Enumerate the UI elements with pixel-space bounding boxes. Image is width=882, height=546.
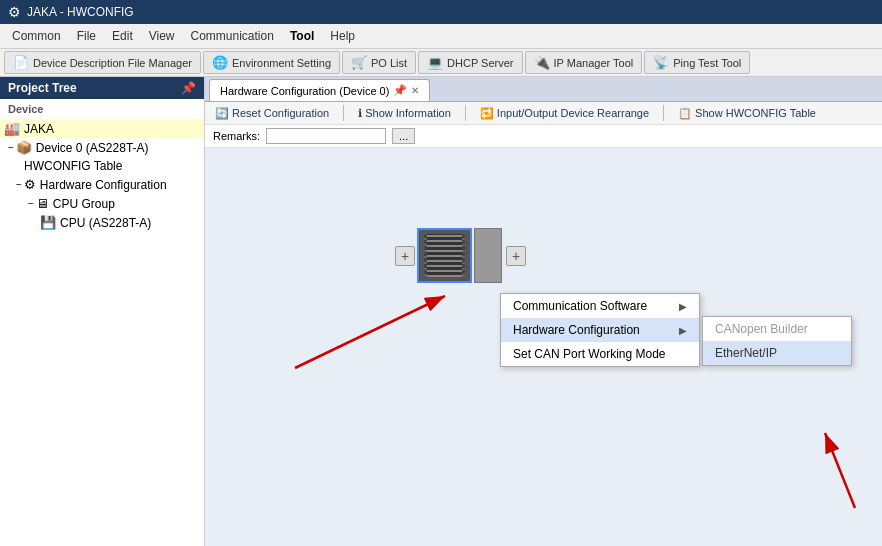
tree-item-cpu[interactable]: 💾 CPU (AS228T-A) (0, 213, 204, 232)
menu-communication[interactable]: Communication (183, 26, 282, 46)
tab-hardware-config[interactable]: Hardware Configuration (Device 0) 📌 ✕ (209, 79, 430, 101)
table-icon: 📋 (678, 107, 692, 120)
project-tree-label: Project Tree (8, 81, 77, 95)
canvas-area[interactable]: + + (205, 148, 882, 546)
svg-line-1 (295, 296, 445, 368)
tree-item-hardware-config[interactable]: − ⚙ Hardware Configuration (0, 175, 204, 194)
context-menu: Communication Software ▶ Hardware Config… (500, 293, 700, 367)
tree-label-cpu: CPU (AS228T-A) (60, 216, 151, 230)
sidebar-header: Project Tree 📌 (0, 77, 204, 99)
submenu-arrow-comm: ▶ (679, 301, 687, 312)
dhcp-server-button[interactable]: 💻 DHCP Server (418, 51, 522, 74)
menu-tool[interactable]: Tool (282, 26, 322, 46)
main-toolbar: 📄 Device Description File Manager 🌐 Envi… (0, 49, 882, 77)
submenu-item-canopen[interactable]: CANopen Builder (703, 317, 851, 341)
canopen-label: CANopen Builder (715, 322, 808, 336)
io-rearrange-label: Input/Output Device Rearrange (497, 107, 649, 119)
device-description-file-manager-button[interactable]: 📄 Device Description File Manager (4, 51, 201, 74)
comm-software-label: Communication Software (513, 299, 647, 313)
add-right-button[interactable]: + (506, 246, 526, 266)
cpu-icon: 💾 (40, 215, 56, 230)
main-layout: Project Tree 📌 Device 🏭 JAKA − 📦 Device … (0, 77, 882, 546)
tree-item-device0[interactable]: − 📦 Device 0 (AS228T-A) (0, 138, 204, 157)
title-bar: ⚙ JAKA - HWCONFIG (0, 0, 882, 24)
context-menu-item-communication-software[interactable]: Communication Software ▶ (501, 294, 699, 318)
menu-view[interactable]: View (141, 26, 183, 46)
hw-config-label: Hardware Configuration (513, 323, 640, 337)
submenu: CANopen Builder EtherNet/IP (702, 316, 852, 366)
separator3 (663, 105, 664, 121)
tree-label-hwconfig: HWCONFIG Table (24, 159, 122, 173)
environment-setting-button[interactable]: 🌐 Environment Setting (203, 51, 340, 74)
tree-item-jaka[interactable]: 🏭 JAKA (0, 119, 204, 138)
pin-icon: 📌 (181, 81, 196, 95)
minus-icon: − (8, 142, 14, 153)
submenu-arrow-hw: ▶ (679, 325, 687, 336)
io-rearrange-button[interactable]: 🔁 Input/Output Device Rearrange (476, 106, 653, 121)
hwconfig-table-label: Show HWCONFIG Table (695, 107, 816, 119)
jaka-icon: 🏭 (4, 121, 20, 136)
module-block[interactable] (417, 228, 472, 283)
add-left-button[interactable]: + (395, 246, 415, 266)
sidebar: Project Tree 📌 Device 🏭 JAKA − 📦 Device … (0, 77, 205, 546)
network-icon: 🔌 (534, 55, 550, 70)
file-icon: 📄 (13, 55, 29, 70)
remarks-more-button[interactable]: ... (392, 128, 415, 144)
tab-close-button[interactable]: ✕ (411, 85, 419, 96)
separator1 (343, 105, 344, 121)
hardware-module[interactable]: + + (395, 228, 526, 283)
tree-label-hw-config: Hardware Configuration (40, 178, 167, 192)
show-hwconfig-table-button[interactable]: 📋 Show HWCONFIG Table (674, 106, 820, 121)
po-list-label: PO List (371, 57, 407, 69)
show-info-label: Show Information (365, 107, 451, 119)
show-info-button[interactable]: ℹ Show Information (354, 106, 455, 121)
context-menu-item-set-can[interactable]: Set CAN Port Working Mode (501, 342, 699, 366)
ping-test-label: Ping Test Tool (673, 57, 741, 69)
content-toolbar: 🔄 Reset Configuration ℹ Show Information… (205, 102, 882, 125)
rearrange-icon: 🔁 (480, 107, 494, 120)
menu-common[interactable]: Common (4, 26, 69, 46)
environment-setting-label: Environment Setting (232, 57, 331, 69)
set-can-label: Set CAN Port Working Mode (513, 347, 666, 361)
device-description-label: Device Description File Manager (33, 57, 192, 69)
ping-icon: 📡 (653, 55, 669, 70)
app-icon: ⚙ (8, 4, 21, 20)
server-icon: 💻 (427, 55, 443, 70)
tree-item-hwconfig-table[interactable]: HWCONFIG Table (0, 157, 204, 175)
gear-icon: ⚙ (24, 177, 36, 192)
tab-pin-icon: 📌 (393, 84, 407, 97)
ethernet-ip-label: EtherNet/IP (715, 346, 777, 360)
tree-label-cpu-group: CPU Group (53, 197, 115, 211)
device-icon: 📦 (16, 140, 32, 155)
context-menu-item-hardware-config[interactable]: Hardware Configuration ▶ (501, 318, 699, 342)
module-right-block (474, 228, 502, 283)
remarks-input[interactable] (266, 128, 386, 144)
ip-manager-label: IP Manager Tool (554, 57, 634, 69)
info-icon: ℹ (358, 107, 362, 120)
ping-test-button[interactable]: 📡 Ping Test Tool (644, 51, 750, 74)
menu-edit[interactable]: Edit (104, 26, 141, 46)
device-section-label: Device (0, 99, 204, 119)
submenu-item-ethernet-ip[interactable]: EtherNet/IP (703, 341, 851, 365)
svg-line-2 (825, 433, 855, 508)
tree-item-cpu-group[interactable]: − 🖥 CPU Group (0, 194, 204, 213)
reset-config-button[interactable]: 🔄 Reset Configuration (211, 106, 333, 121)
tree-label-device0: Device 0 (AS228T-A) (36, 141, 149, 155)
menu-bar: Common File Edit View Communication Tool… (0, 24, 882, 49)
tab-bar: Hardware Configuration (Device 0) 📌 ✕ (205, 77, 882, 102)
reset-icon: 🔄 (215, 107, 229, 120)
remarks-bar: Remarks: ... (205, 125, 882, 148)
dhcp-server-label: DHCP Server (447, 57, 513, 69)
cpu-group-icon: 🖥 (36, 196, 49, 211)
tree-label-jaka: JAKA (24, 122, 54, 136)
cart-icon: 🛒 (351, 55, 367, 70)
ip-manager-button[interactable]: 🔌 IP Manager Tool (525, 51, 643, 74)
reset-config-label: Reset Configuration (232, 107, 329, 119)
separator2 (465, 105, 466, 121)
menu-file[interactable]: File (69, 26, 104, 46)
menu-help[interactable]: Help (322, 26, 363, 46)
minus-icon2: − (16, 179, 22, 190)
po-list-button[interactable]: 🛒 PO List (342, 51, 416, 74)
globe-icon: 🌐 (212, 55, 228, 70)
tab-label: Hardware Configuration (Device 0) (220, 85, 389, 97)
